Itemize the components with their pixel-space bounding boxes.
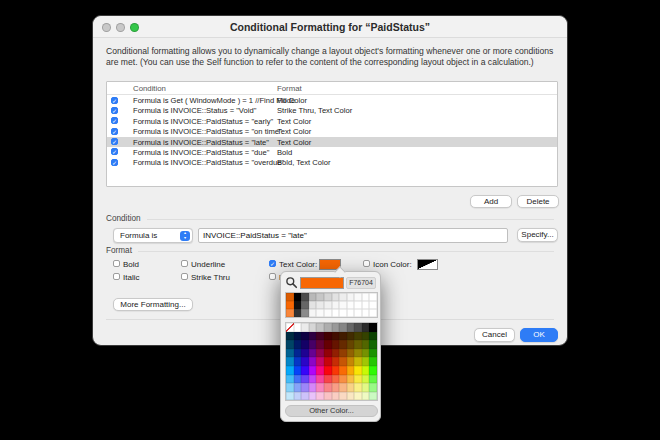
palette-color-cell[interactable] bbox=[309, 340, 317, 349]
condition-type-select[interactable]: Formula is bbox=[113, 228, 193, 243]
palette-color-cell[interactable] bbox=[347, 293, 355, 301]
palette-color-cell[interactable] bbox=[301, 301, 309, 309]
palette-color-cell[interactable] bbox=[301, 349, 309, 358]
palette-color-cell[interactable] bbox=[286, 349, 294, 358]
condition-row[interactable]: Formula is Get ( WindowMode ) = 1 //Find… bbox=[107, 95, 557, 105]
palette-color-cell[interactable] bbox=[339, 340, 347, 349]
palette-color-cell[interactable] bbox=[339, 309, 347, 317]
palette-color-cell[interactable] bbox=[347, 309, 355, 317]
row-enabled-checkbox[interactable] bbox=[111, 97, 118, 104]
checkbox-icon[interactable] bbox=[113, 273, 120, 280]
palette-color-cell[interactable] bbox=[286, 375, 294, 384]
palette-color-cell[interactable] bbox=[294, 357, 302, 366]
magnifier-icon[interactable] bbox=[285, 276, 298, 289]
palette-color-cell[interactable] bbox=[316, 357, 324, 366]
palette-color-cell[interactable] bbox=[369, 301, 377, 309]
condition-row[interactable]: Formula is INVOICE::PaidStatus = "on tim… bbox=[107, 126, 557, 136]
palette-color-cell[interactable] bbox=[316, 383, 324, 392]
palette-color-cell[interactable] bbox=[347, 332, 355, 341]
palette-color-cell[interactable] bbox=[369, 392, 377, 401]
palette-color-cell[interactable] bbox=[324, 375, 332, 384]
condition-row[interactable]: Formula is INVOICE::Status = "Void"Strik… bbox=[107, 105, 557, 115]
palette-color-cell[interactable] bbox=[324, 392, 332, 401]
palette-color-cell[interactable] bbox=[324, 309, 332, 317]
palette-color-cell[interactable] bbox=[294, 375, 302, 384]
palette-color-cell[interactable] bbox=[316, 323, 324, 332]
palette-color-cell[interactable] bbox=[301, 293, 309, 301]
formula-input[interactable] bbox=[198, 228, 508, 243]
palette-color-cell[interactable] bbox=[316, 340, 324, 349]
palette-color-cell[interactable] bbox=[332, 383, 340, 392]
palette-color-cell[interactable] bbox=[362, 309, 370, 317]
palette-color-cell[interactable] bbox=[301, 375, 309, 384]
palette-color-cell[interactable] bbox=[339, 392, 347, 401]
palette-color-cell[interactable] bbox=[316, 309, 324, 317]
palette-color-cell[interactable] bbox=[332, 375, 340, 384]
palette-color-cell[interactable] bbox=[362, 332, 370, 341]
palette-color-cell[interactable] bbox=[369, 357, 377, 366]
palette-color-cell[interactable] bbox=[301, 309, 309, 317]
checkbox-icon[interactable] bbox=[181, 273, 188, 280]
palette-color-cell[interactable] bbox=[286, 293, 294, 301]
palette-color-cell[interactable] bbox=[354, 309, 362, 317]
palette-color-cell[interactable] bbox=[347, 301, 355, 309]
palette-color-cell[interactable] bbox=[286, 366, 294, 375]
checkbox-icon[interactable] bbox=[269, 273, 276, 280]
palette-color-cell[interactable] bbox=[369, 323, 377, 332]
palette-color-cell[interactable] bbox=[294, 392, 302, 401]
palette-color-cell[interactable] bbox=[324, 293, 332, 301]
palette-color-cell[interactable] bbox=[369, 383, 377, 392]
checkbox-icon[interactable] bbox=[269, 260, 276, 267]
condition-row[interactable]: Formula is INVOICE::PaidStatus = "late"T… bbox=[107, 137, 557, 147]
palette-color-cell[interactable] bbox=[362, 323, 370, 332]
palette-color-cell[interactable] bbox=[362, 366, 370, 375]
palette-color-cell[interactable] bbox=[369, 340, 377, 349]
palette-color-cell[interactable] bbox=[339, 366, 347, 375]
specify-button[interactable]: Specify... bbox=[517, 228, 558, 242]
palette-color-cell[interactable] bbox=[347, 383, 355, 392]
palette-color-cell[interactable] bbox=[362, 375, 370, 384]
palette-color-cell[interactable] bbox=[316, 293, 324, 301]
palette-color-cell[interactable] bbox=[286, 357, 294, 366]
palette-color-cell[interactable] bbox=[324, 340, 332, 349]
palette-color-cell[interactable] bbox=[354, 392, 362, 401]
checkbox-icon[interactable] bbox=[363, 260, 370, 267]
dialog-titlebar[interactable]: Conditional Formatting for “PaidStatus” bbox=[93, 16, 567, 38]
palette-color-cell[interactable] bbox=[369, 293, 377, 301]
palette-color-cell[interactable] bbox=[339, 375, 347, 384]
row-enabled-checkbox[interactable] bbox=[111, 138, 118, 145]
palette-color-cell[interactable] bbox=[347, 366, 355, 375]
palette-color-cell[interactable] bbox=[339, 349, 347, 358]
palette-color-cell[interactable] bbox=[362, 357, 370, 366]
palette-color-cell[interactable] bbox=[301, 366, 309, 375]
palette-color-cell[interactable] bbox=[294, 293, 302, 301]
row-enabled-checkbox[interactable] bbox=[111, 117, 118, 124]
palette-color-cell[interactable] bbox=[369, 332, 377, 341]
more-formatting-button[interactable]: More Formatting... bbox=[113, 298, 193, 311]
other-color-button[interactable]: Other Color... bbox=[285, 405, 378, 417]
palette-color-cell[interactable] bbox=[332, 340, 340, 349]
palette-color-cell[interactable] bbox=[324, 301, 332, 309]
palette-color-cell[interactable] bbox=[309, 383, 317, 392]
palette-color-cell[interactable] bbox=[309, 293, 317, 301]
palette-color-cell[interactable] bbox=[339, 293, 347, 301]
palette-color-cell[interactable] bbox=[294, 309, 302, 317]
palette-color-cell[interactable] bbox=[324, 323, 332, 332]
palette-color-cell[interactable] bbox=[362, 383, 370, 392]
condition-row[interactable]: Formula is INVOICE::PaidStatus = "due"Bo… bbox=[107, 147, 557, 157]
palette-color-cell[interactable] bbox=[354, 323, 362, 332]
palette-none-cell[interactable] bbox=[286, 323, 294, 332]
palette-color-cell[interactable] bbox=[347, 340, 355, 349]
palette-color-cell[interactable] bbox=[294, 301, 302, 309]
checkbox-icon[interactable] bbox=[181, 260, 188, 267]
delete-button[interactable]: Delete bbox=[517, 195, 559, 208]
palette-color-cell[interactable] bbox=[324, 349, 332, 358]
palette-color-cell[interactable] bbox=[301, 340, 309, 349]
palette-color-cell[interactable] bbox=[286, 301, 294, 309]
palette-color-cell[interactable] bbox=[294, 349, 302, 358]
palette-color-cell[interactable] bbox=[332, 301, 340, 309]
palette-color-cell[interactable] bbox=[309, 332, 317, 341]
palette-color-cell[interactable] bbox=[339, 301, 347, 309]
palette-color-cell[interactable] bbox=[339, 323, 347, 332]
palette-color-cell[interactable] bbox=[354, 301, 362, 309]
